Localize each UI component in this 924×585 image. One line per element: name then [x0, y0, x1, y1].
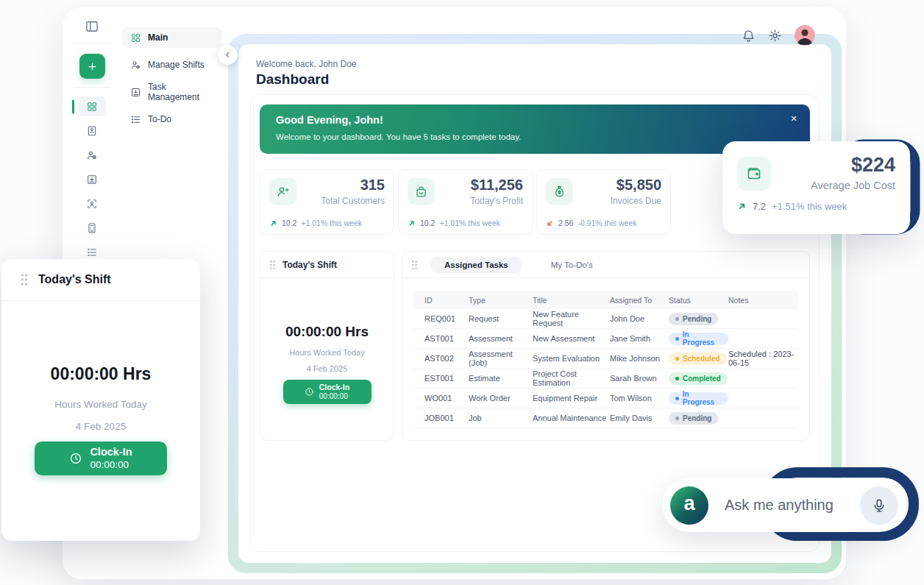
table-cell: Pending [669, 412, 728, 425]
column-header: Title [533, 296, 610, 305]
status-badge: Pending [669, 412, 718, 425]
stat-label: Invoices Due [611, 196, 661, 206]
rail-item-calculator[interactable] [63, 216, 121, 240]
stat-value: $11,256 [470, 177, 523, 194]
trend-up-icon [269, 219, 277, 227]
stat-card: $11,256Today's Profit10.2+1.01% this wee… [398, 169, 533, 235]
status-badge: Pending [669, 313, 718, 325]
table-cell: Request [469, 314, 533, 323]
stat-change: -0.91% this week [578, 219, 636, 227]
table-cell: Job [469, 414, 533, 422]
table-cell: Mike Johnson [610, 354, 669, 363]
id-card-icon [78, 121, 106, 141]
table-cell: In Progress [669, 333, 728, 345]
menu-item-task-management[interactable]: Task Management [122, 82, 222, 102]
table-row[interactable]: AST002Assessment (Job)System EvaluationM… [413, 349, 798, 369]
stat-value: 315 [321, 177, 385, 194]
rail-item-tracking[interactable] [63, 191, 121, 216]
task-inbox-icon [78, 169, 106, 189]
status-dot-icon [675, 337, 679, 341]
table-row[interactable]: AST001AssessmentNew AssessmentJane Smith… [413, 329, 798, 349]
job-cost-change: +1.51% this week [772, 201, 847, 212]
table-cell: AST001 [413, 334, 469, 343]
trend-up-icon [408, 219, 416, 227]
job-cost-delta: 7.2 [753, 201, 766, 212]
team-icon [78, 145, 106, 165]
microphone-icon[interactable] [860, 486, 898, 525]
drag-handle-icon[interactable] [269, 260, 276, 270]
clock-in-button[interactable]: Clock-In 00:00:00 [283, 380, 372, 404]
rail-item-team[interactable] [63, 143, 121, 167]
rail-item-tasks[interactable] [63, 167, 121, 191]
status-badge: In Progress [669, 333, 728, 345]
rail-item-dashboard[interactable] [63, 94, 121, 118]
shift-widget-title: Today's Shift [282, 260, 337, 270]
menu-item-manage-shifts[interactable]: Manage Shifts [122, 54, 222, 75]
shift-timer: 00:00:00 Hrs [285, 324, 369, 340]
assistant-bar[interactable]: a Ask me anything [662, 478, 906, 532]
rail-item-contacts[interactable] [63, 118, 121, 143]
stat-label: Total Customers [321, 196, 385, 206]
assistant-input[interactable]: Ask me anything [725, 497, 860, 514]
table-row[interactable]: WO001Work OrderEquipment RepairTom Wilso… [413, 389, 798, 408]
table-cell: Annual Maintenance [533, 414, 610, 422]
wallet-icon [737, 157, 771, 191]
table-cell: Estimate [469, 374, 533, 383]
stats-row: 315Total Customers10.2+1.01% this week$1… [260, 169, 671, 235]
grid-icon [130, 32, 141, 43]
clock-in-label: Clock-In [90, 445, 132, 459]
table-cell: JOB001 [413, 414, 469, 422]
drag-handle-icon[interactable] [411, 260, 418, 270]
shift-date: 4 Feb 2025 [307, 364, 348, 373]
trend-up-icon [737, 202, 747, 211]
job-cost-value: $224 [811, 154, 895, 177]
clock-icon [305, 387, 314, 397]
assistant-logo-icon: a [670, 486, 708, 525]
stat-value: $5,850 [611, 177, 661, 194]
table-row[interactable]: EST001EstimateProject Cost EstimationSar… [413, 369, 798, 389]
tasks-table: IDTypeTitleAssigned ToStatusNotes REQ001… [413, 291, 798, 428]
status-dot-icon [675, 317, 679, 321]
status-dot-icon [675, 357, 679, 361]
table-cell: Emily Davis [610, 414, 669, 422]
stat-delta: 10.2 [420, 219, 435, 227]
table-cell: John Doe [610, 314, 669, 323]
table-cell: Project Cost Estimation [533, 369, 610, 387]
stat-card: 315Total Customers10.2+1.01% this week [260, 169, 394, 235]
table-cell: Assessment [469, 334, 533, 343]
status-badge: Scheduled [669, 352, 727, 365]
collapse-panel-button[interactable] [218, 45, 238, 65]
stat-label: Today's Profit [470, 196, 523, 206]
calculator-icon [78, 218, 106, 238]
average-job-cost-card[interactable]: $224 Average Job Cost 7.2 +1.51% this we… [722, 141, 910, 234]
status-badge: In Progress [669, 392, 728, 405]
sidebar-toggle-icon[interactable] [85, 19, 99, 34]
table-cell: Scheduled [669, 352, 728, 365]
table-row[interactable]: REQ001RequestNew Feature RequestJohn Doe… [413, 309, 798, 329]
team-icon [130, 60, 141, 71]
tab-my-todos[interactable]: My To-Do's [551, 260, 593, 269]
column-header: Assigned To [610, 296, 669, 305]
add-button[interactable] [79, 54, 105, 79]
profit-icon [408, 178, 435, 205]
tab-assigned-tasks[interactable]: Assigned Tasks [431, 257, 522, 273]
todays-shift-widget: Today's Shift 00:00:00 Hrs Hours Worked … [260, 251, 394, 441]
menu-item-label: Main [148, 32, 168, 43]
clock-in-button[interactable]: Clock-In 00:00:00 [35, 442, 167, 475]
shift-card-title: Today's Shift [38, 273, 111, 286]
divider [74, 87, 110, 88]
dragged-todays-shift-card[interactable]: Today's Shift 00:00:00 Hrs Hours Worked … [1, 259, 200, 541]
menu-item-main[interactable]: Main [122, 27, 222, 48]
gear-icon[interactable] [768, 29, 782, 43]
avatar[interactable] [795, 25, 815, 46]
menu-item-to-do[interactable]: To-Do [122, 109, 222, 130]
status-dot-icon [675, 377, 679, 380]
table-row[interactable]: JOB001JobAnnual MaintenanceEmily DavisPe… [413, 408, 798, 428]
close-icon[interactable]: ✕ [786, 111, 801, 126]
job-cost-label: Average Job Cost [811, 180, 895, 191]
table-cell: Jane Smith [610, 334, 669, 343]
column-header: Type [469, 296, 533, 305]
bell-icon[interactable] [742, 29, 756, 43]
drag-handle-icon[interactable] [20, 273, 29, 286]
column-header: Notes [728, 296, 798, 305]
